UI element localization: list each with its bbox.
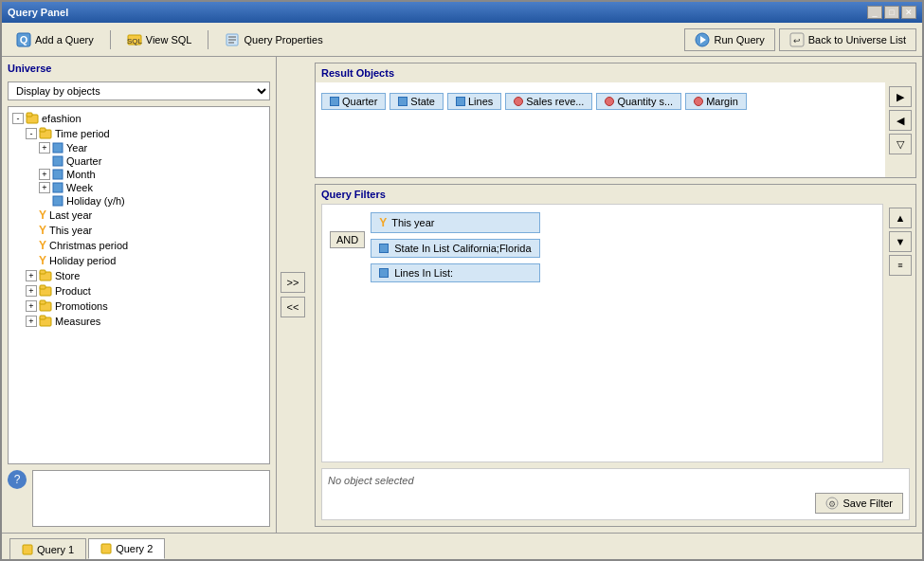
year-label: Year (66, 142, 87, 154)
tree-store[interactable]: + Store (12, 268, 265, 283)
tree-this-year[interactable]: Y This year (12, 223, 265, 238)
chip-quarter-label: Quarter (342, 96, 377, 107)
filter-items: Y This year State In List California;Flo… (371, 212, 539, 282)
tree-holiday-yh[interactable]: Holiday (y/h) (12, 194, 265, 208)
chip-quantity-sold[interactable]: Quantity s... (596, 93, 681, 110)
result-side-buttons: ▶ ◀ ▽ (885, 82, 915, 177)
minimize-button[interactable]: _ (867, 6, 882, 19)
time-period-expand[interactable]: - (26, 128, 37, 139)
save-filter-label: Save Filter (842, 498, 893, 509)
tree-time-period[interactable]: - Time period (12, 126, 265, 141)
root-expand[interactable]: - (12, 113, 24, 124)
filter-state[interactable]: State In List California;Florida (371, 239, 539, 258)
tree-week[interactable]: + Week (12, 181, 265, 194)
tab-query-1[interactable]: Query 1 (9, 538, 86, 559)
move-left-button[interactable]: << (281, 297, 305, 317)
chip-state-label: State (410, 96, 435, 107)
product-expand[interactable]: + (26, 285, 37, 297)
query-properties-button[interactable]: Query Properties (216, 28, 331, 51)
time-period-label: Time period (55, 128, 110, 139)
filter-lines-icon (379, 268, 389, 278)
tree-christmas[interactable]: Y Christmas period (12, 238, 265, 253)
result-objects-row: Quarter State Lines (316, 82, 885, 120)
chip-sales-revenue[interactable]: Sales reve... (505, 93, 592, 110)
display-dropdown[interactable]: Display by objects (8, 81, 270, 100)
tab-query-1-label: Query 1 (37, 544, 74, 555)
tree-promotions[interactable]: + Promotions (12, 299, 265, 314)
filter-state-icon (379, 244, 389, 253)
svg-rect-31 (23, 545, 32, 554)
move-buttons-panel: >> << (277, 57, 309, 533)
tree-holiday-period[interactable]: Y Holiday period (12, 253, 265, 268)
tree-root[interactable]: - efashion (12, 111, 265, 126)
svg-text:SQL: SQL (127, 37, 142, 45)
add-query-button[interactable]: Q Add a Query (8, 28, 102, 51)
maximize-button[interactable]: □ (884, 6, 899, 19)
chip-margin[interactable]: Margin (685, 93, 747, 110)
filter-lines[interactable]: Lines In List: (371, 263, 539, 282)
quarter-label: Quarter (66, 155, 101, 167)
chip-state[interactable]: State (390, 93, 444, 110)
close-button[interactable]: ✕ (901, 6, 916, 19)
chip-quarter[interactable]: Quarter (321, 93, 386, 110)
year-expand[interactable]: + (39, 142, 50, 154)
svg-rect-28 (40, 316, 45, 319)
tab-query-2[interactable]: Query 2 (88, 538, 165, 559)
chip-sales-revenue-label: Sales reve... (526, 96, 584, 107)
efashion-icon (26, 112, 39, 125)
product-label: Product (55, 285, 91, 297)
add-query-icon: Q (16, 32, 31, 47)
run-query-button[interactable]: Run Query (684, 28, 774, 51)
holiday-yh-label: Holiday (y/h) (66, 195, 125, 207)
filter-indent-button[interactable]: ≡ (889, 255, 912, 276)
query2-tab-icon (100, 543, 112, 554)
filter-this-year[interactable]: Y This year (371, 212, 539, 233)
tree-month[interactable]: + Month (12, 168, 265, 181)
tree-product[interactable]: + Product (12, 283, 265, 299)
result-arrow-left-button[interactable]: ◀ (889, 110, 912, 131)
last-year-filter-icon: Y (39, 208, 46, 222)
universe-panel: Universe Display by objects - efashion - (2, 57, 277, 533)
week-expand[interactable]: + (39, 182, 50, 193)
chip-margin-icon (694, 97, 703, 106)
store-expand[interactable]: + (26, 270, 37, 281)
measures-expand[interactable]: + (26, 316, 37, 327)
svg-rect-22 (40, 270, 45, 274)
right-panel: Result Objects Quarter Sta (309, 57, 922, 533)
tree-measures[interactable]: + Measures (12, 314, 265, 329)
main-content: Universe Display by objects - efashion - (2, 57, 922, 533)
tree-quarter[interactable]: Quarter (12, 154, 265, 168)
tree-year[interactable]: + Year (12, 141, 265, 154)
view-sql-button[interactable]: SQL View SQL (118, 28, 201, 51)
month-label: Month (66, 169, 96, 180)
root-label: efashion (42, 113, 82, 124)
query-filters-section: Query Filters AND Y This year (315, 184, 916, 527)
month-expand[interactable]: + (39, 169, 50, 180)
this-year-filter-icon: Y (39, 224, 46, 237)
year-dim-icon (52, 142, 63, 154)
christmas-filter-icon: Y (39, 239, 46, 252)
store-folder-icon (39, 269, 52, 282)
chip-lines[interactable]: Lines (447, 93, 501, 110)
help-button[interactable]: ? (8, 470, 27, 489)
tree-container[interactable]: - efashion - Time period (8, 106, 270, 464)
filter-up-button[interactable]: ▲ (889, 208, 912, 228)
svg-text:↩: ↩ (793, 36, 801, 45)
move-right-button[interactable]: >> (281, 272, 305, 293)
week-label: Week (66, 182, 93, 193)
result-objects-section: Result Objects Quarter Sta (315, 63, 916, 178)
svg-text:Q: Q (20, 34, 28, 45)
last-year-label: Last year (49, 209, 92, 221)
help-text-area (32, 470, 270, 527)
filter-down-button[interactable]: ▼ (889, 231, 912, 252)
universe-label: Universe (8, 63, 270, 74)
holiday-period-filter-icon: Y (39, 254, 46, 267)
chip-sales-revenue-icon (514, 97, 523, 106)
filter-this-year-label: This year (391, 217, 434, 228)
tree-last-year[interactable]: Y Last year (12, 208, 265, 223)
promotions-expand[interactable]: + (26, 300, 37, 312)
result-arrow-right-button[interactable]: ▶ (889, 86, 912, 107)
result-filter-button[interactable]: ▽ (889, 134, 912, 154)
save-filter-button[interactable]: ⚙ Save Filter (815, 493, 903, 514)
back-to-universe-button[interactable]: ↩ Back to Universe List (779, 28, 916, 51)
